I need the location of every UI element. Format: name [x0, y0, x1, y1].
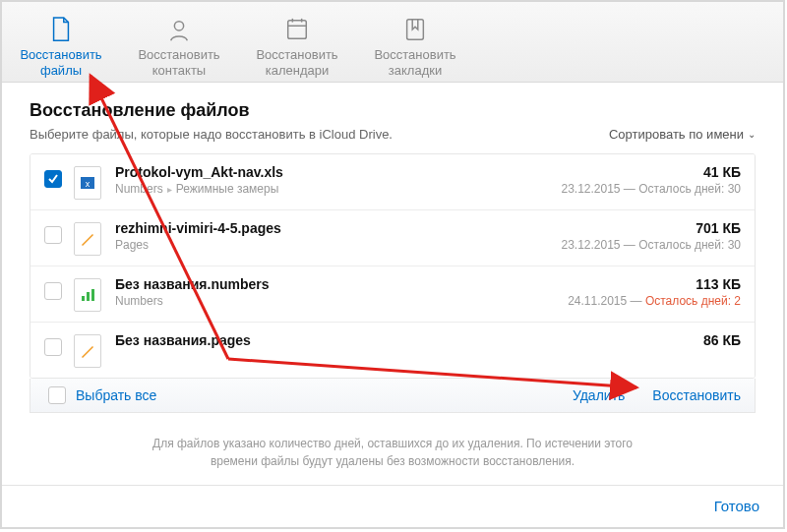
file-row[interactable]: x Protokol-vym_Akt-nav.xls Numbers▸Режим…	[30, 154, 755, 210]
tab-label-line2: календари	[238, 63, 356, 79]
svg-rect-5	[407, 20, 424, 39]
file-path: Numbers	[115, 294, 568, 308]
contact-icon	[120, 16, 238, 43]
restore-button[interactable]: Восстановить	[652, 387, 741, 403]
svg-rect-9	[87, 292, 90, 301]
chevron-down-icon: ⌄	[748, 129, 756, 140]
doc-pages-icon	[74, 334, 101, 368]
svg-rect-10	[91, 289, 94, 301]
checkbox[interactable]	[44, 170, 62, 188]
tab-label-line2: файлы	[2, 63, 120, 79]
file-row[interactable]: Без названия.pages 86 КБ	[30, 323, 755, 378]
file-name: rezhimni-vimiri-4-5.pages	[115, 220, 561, 236]
doc-excel-icon: x	[74, 166, 101, 200]
delete-button[interactable]: Удалить	[573, 387, 625, 403]
footer: Готово	[2, 485, 783, 527]
file-row[interactable]: rezhimni-vimiri-4-5.pages Pages 701 КБ 2…	[30, 210, 755, 266]
checkbox[interactable]	[44, 338, 62, 356]
file-path: Pages	[115, 238, 561, 252]
select-all-button[interactable]: Выбрать все	[76, 387, 156, 403]
main-panel: Восстановление файлов Выберите файлы, ко…	[2, 83, 783, 470]
file-size: 701 КБ	[561, 220, 741, 236]
file-size: 113 КБ	[568, 276, 741, 292]
calendar-icon	[238, 16, 356, 43]
tab-restore-calendars[interactable]: Восстановить календари	[238, 12, 356, 82]
file-size: 41 КБ	[561, 164, 741, 180]
bookmark-icon	[356, 16, 474, 43]
sort-dropdown[interactable]: Сортировать по имени ⌄	[609, 127, 756, 142]
checkbox[interactable]	[44, 226, 62, 244]
tab-restore-contacts[interactable]: Восстановить контакты	[120, 12, 238, 82]
tab-label-line1: Восстановить	[2, 47, 120, 63]
select-all-checkbox[interactable]	[48, 386, 66, 404]
file-name: Protokol-vym_Akt-nav.xls	[115, 164, 561, 180]
toolbar: Восстановить файлы Восстановить контакты…	[2, 2, 783, 83]
tab-label-line1: Восстановить	[120, 47, 238, 63]
file-meta: 24.11.2015 — Осталось дней: 2	[568, 294, 741, 308]
done-button[interactable]: Готово	[714, 498, 759, 514]
doc-numbers-icon	[74, 278, 101, 312]
file-path: Numbers▸Режимные замеры	[115, 182, 561, 196]
tab-label-line1: Восстановить	[238, 47, 356, 63]
doc-pages-icon	[74, 222, 101, 256]
page-title: Восстановление файлов	[30, 100, 756, 121]
file-size: 86 КБ	[703, 332, 741, 348]
checkbox[interactable]	[44, 282, 62, 300]
svg-rect-1	[288, 21, 307, 39]
file-list: x Protokol-vym_Akt-nav.xls Numbers▸Режим…	[30, 153, 756, 379]
action-bar: Выбрать все Удалить Восстановить	[30, 379, 756, 413]
svg-text:x: x	[86, 179, 91, 189]
footnote: Для файлов указано количество дней, оста…	[137, 435, 648, 470]
file-icon	[2, 16, 120, 43]
file-name: Без названия.pages	[115, 332, 703, 348]
tab-label-line2: закладки	[356, 63, 474, 79]
file-meta: 23.12.2015 — Осталось дней: 30	[561, 182, 741, 196]
tab-restore-files[interactable]: Восстановить файлы	[2, 12, 120, 82]
tab-label-line1: Восстановить	[356, 47, 474, 63]
tab-restore-bookmarks[interactable]: Восстановить закладки	[356, 12, 474, 82]
svg-rect-8	[82, 296, 85, 301]
file-name: Без названия.numbers	[115, 276, 568, 292]
svg-point-0	[174, 22, 183, 30]
page-subtitle: Выберите файлы, которые надо восстановит…	[30, 127, 393, 142]
file-meta: 23.12.2015 — Осталось дней: 30	[561, 238, 741, 252]
tab-label-line2: контакты	[120, 63, 238, 79]
file-row[interactable]: Без названия.numbers Numbers 113 КБ 24.1…	[30, 266, 755, 323]
sort-label: Сортировать по имени	[609, 127, 744, 142]
